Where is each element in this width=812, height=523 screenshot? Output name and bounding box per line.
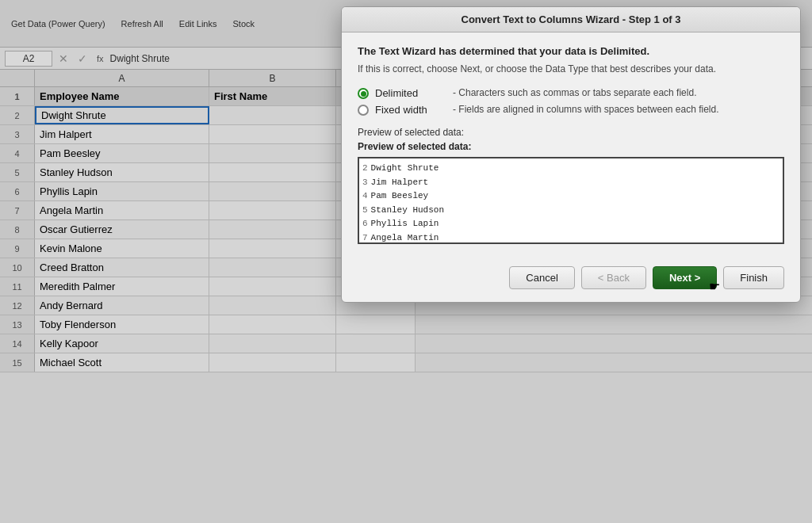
list-item: 7Angela Martin [362, 231, 779, 244]
label-fixed-width: Fixed width [375, 104, 446, 116]
list-item: 3Jim Halpert [362, 176, 779, 190]
list-item: 4Pam Beesley [362, 189, 779, 204]
option-fixed-width[interactable]: Fixed width - Fields are aligned in colu… [358, 104, 784, 116]
wizard-subtext: If this is correct, choose Next, or choo… [358, 62, 784, 76]
wizard-dialog: Convert Text to Columns Wizard - Step 1 … [341, 6, 801, 303]
dialog-title: Convert Text to Columns Wizard - Step 1 … [342, 7, 800, 32]
back-button[interactable]: < Back [581, 266, 646, 289]
desc-delimited: - Characters such as commas or tabs sepa… [453, 87, 696, 98]
dialog-footer: Cancel < Back Next > ☛ Finish [342, 257, 800, 302]
radio-delimited[interactable] [358, 88, 369, 99]
list-item: 5Stanley Hudson [362, 204, 779, 218]
desc-fixed-width: - Fields are aligned in columns with spa… [453, 104, 719, 115]
dialog-body: The Text Wizard has determined that your… [342, 32, 800, 257]
wizard-intro: The Text Wizard has determined that your… [358, 45, 784, 57]
preview-label: Preview of selected data: [358, 127, 784, 138]
radio-fixed-width[interactable] [358, 105, 369, 116]
data-type-options: Delimited - Characters such as commas or… [358, 87, 784, 116]
list-item: 2Dwight Shrute [362, 162, 779, 176]
finish-button[interactable]: Finish [723, 266, 784, 289]
option-delimited[interactable]: Delimited - Characters such as commas or… [358, 87, 784, 99]
preview-box: 2Dwight Shrute3Jim Halpert4Pam Beesley5S… [358, 157, 784, 244]
cancel-button[interactable]: Cancel [509, 266, 574, 289]
preview-label-bold: Preview of selected data: [358, 141, 784, 152]
next-button[interactable]: Next > [653, 266, 717, 289]
label-delimited: Delimited [375, 87, 446, 99]
list-item: 6Phyllis Lapin [362, 217, 779, 231]
